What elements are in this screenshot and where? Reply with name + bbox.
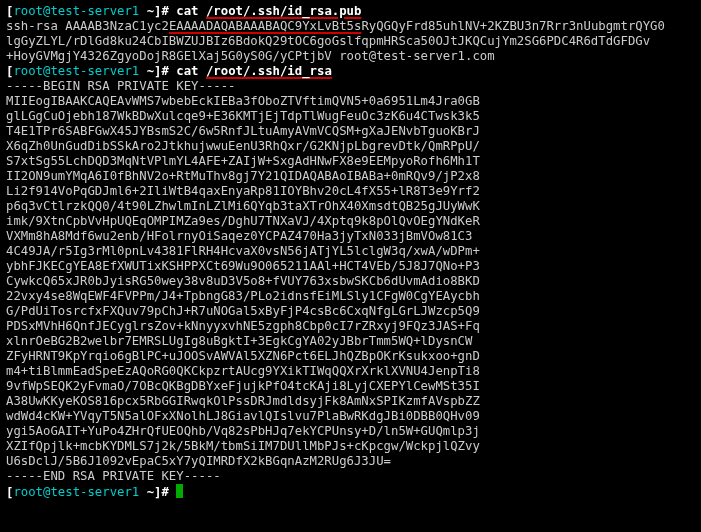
- cursor: [176, 484, 183, 498]
- privkey-line: II2ON9umYMqA6I0fBhNV2o+RtMuThv8gj7Y21QID…: [6, 169, 695, 184]
- bracket-close: ]#: [154, 485, 169, 499]
- privkey-line: A38UwKKyeKOS816pcx5RbGGIRwqkOlPssDRJmdld…: [6, 394, 695, 409]
- cmd-cat: cat: [169, 4, 206, 18]
- privkey-line: U6sDclJ/5B6J1092vEpaC5xY7yQIMRDfX2kBGqnA…: [6, 454, 695, 469]
- tilde: ~: [139, 4, 154, 18]
- privkey-line: glLGgCuOjebh187WkBDwXulcqe9+E36KMTjEjTdp…: [6, 109, 695, 124]
- privkey-line: ZFyHRNT9KpYrqio6gBlPC+uJOOSvAWVAl5XZN6Pc…: [6, 349, 695, 364]
- privkey-line: G/PdUiTosrcfxFXQuv79pChJ+R7uNOGal5xByFjP…: [6, 304, 695, 319]
- privkey-line: S7xtSg55LchDQD3MqNtVPlmYL4AFE+ZAIjW+SxgA…: [6, 154, 695, 169]
- cmd-path-privkey: /root/.ssh/id_rsa: [206, 64, 332, 78]
- pubkey-line-3: +HoyGVMgjY4326ZgyoDojR8GElXaj5G0yS0G/yCP…: [6, 49, 695, 64]
- user-host: root@test-server1: [13, 4, 139, 18]
- bracket-close: ]#: [154, 64, 169, 78]
- privkey-line: X6qZh0UnGudDibSSkAro2JtkhujwwuEenU3RhQxr…: [6, 139, 695, 154]
- privkey-line: p6q3vCtlrzkQQ0/4t90LZhwlmInLZlMi6QYqb3ta…: [6, 199, 695, 214]
- privkey-line: 9vfWpSEQK2yFvmaO/7OBcQKBgDBYxeFjujkPfO4t…: [6, 379, 695, 394]
- user-host: root@test-server1: [13, 485, 139, 499]
- privkey-line: MIIEogIBAAKCAQEAvWMS7wbebEckIEBa3fOboZTV…: [6, 94, 695, 109]
- cmd-empty[interactable]: [169, 485, 176, 499]
- pubkey-line-2: lgGyZLYL/rDlGd8ku24CbIBWZUJBIz6BdokQ29tO…: [6, 34, 695, 49]
- user-host: root@test-server1: [13, 64, 139, 78]
- tilde: ~: [139, 485, 154, 499]
- privkey-line: 22vxy4se8WqEWF4FVPPm/J4+TpbngG83/PLo2idn…: [6, 289, 695, 304]
- pubkey-line-1: ssh-rsa AAAAB3NzaC1yc2EAAAADAQABAAABAQC9…: [6, 19, 695, 34]
- bracket-close: ]#: [154, 4, 169, 18]
- privkey-body: MIIEogIBAAKCAQEAvWMS7wbebEckIEBa3fOboZTV…: [6, 94, 695, 469]
- privkey-begin: -----BEGIN RSA PRIVATE KEY-----: [6, 79, 695, 94]
- prompt-line-2: [root@test-server1 ~]# cat /root/.ssh/id…: [6, 64, 695, 79]
- privkey-line: ygi5AoGAIT+YuPo4ZHrQfUEOQhb/Vq82sPbHJq7e…: [6, 424, 695, 439]
- privkey-line: T4E1TPr6SABFGwX45JYBsmS2C/6w5RnfJLtuAmyA…: [6, 124, 695, 139]
- prompt-line-1: [root@test-server1 ~]# cat /root/.ssh/id…: [6, 4, 695, 19]
- tilde: ~: [139, 64, 154, 78]
- privkey-line: CywkcQ65xJR0bJyisRG50wey38v8uD3V5o8+fVUY…: [6, 274, 695, 289]
- privkey-line: 4C49JA/r5Ig3rMl0pnLv4381FlRH4HcvaX0vsN56…: [6, 244, 695, 259]
- prompt-line-3[interactable]: [root@test-server1 ~]#: [6, 484, 695, 500]
- cmd-cat: cat: [169, 64, 206, 78]
- privkey-end: -----END RSA PRIVATE KEY-----: [6, 469, 695, 484]
- privkey-line: Li2f914VoPqGDJml6+2IliWtB4qaxEnyaRp81IOY…: [6, 184, 695, 199]
- privkey-line: VXMm8hA8Mdf6wu2enb/HFolrnyOiSaqez0YCPAZ4…: [6, 229, 695, 244]
- privkey-line: ybhFJKECgYEA8EfXWUTixKSHPPXCt69Wu9O06521…: [6, 259, 695, 274]
- privkey-line: PDSxMVhH6QnfJECyglrsZov+kNnyyxvhNE5zgph8…: [6, 319, 695, 334]
- cmd-path-pubkey: /root/.ssh/id_rsa.pub: [206, 4, 361, 18]
- privkey-line: xlnrOeBG2B2welbr7EMRSLUgIg8uBgktI+3EgkCg…: [6, 334, 695, 349]
- privkey-line: XZIfQpjlk+mcbKYDMLS7j2k/5BkM/tbmSiIM7DUl…: [6, 439, 695, 454]
- privkey-line: imk/9XtnCpbVvHpUQEqOMPIMZa9es/DghU7TNXaV…: [6, 214, 695, 229]
- privkey-line: wdWd4cKW+YVqyT5N5alOFxXNolhLJ8GiavlQIslv…: [6, 409, 695, 424]
- privkey-line: m4+tiBlmmEadSpeEzAQoRG0QKCkpzrtAUcg9YXik…: [6, 364, 695, 379]
